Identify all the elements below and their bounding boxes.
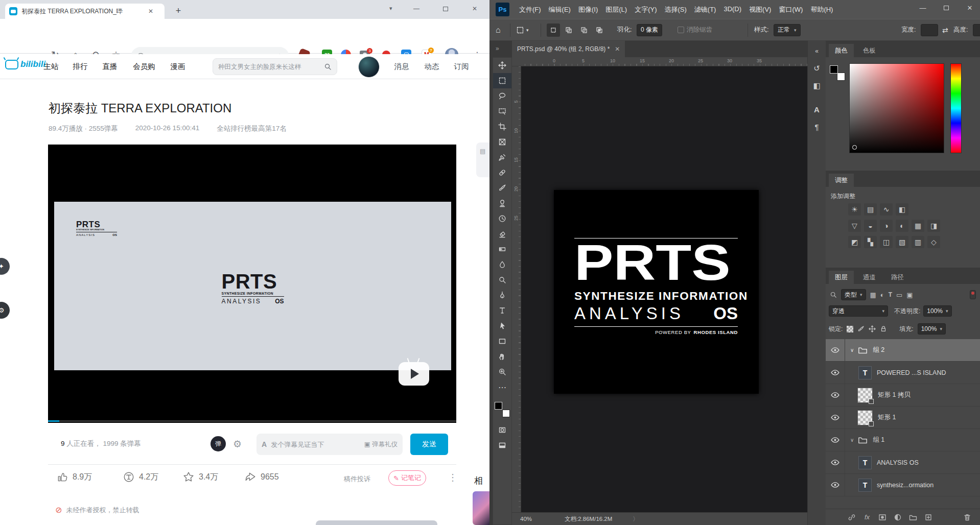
hue-saturation-icon[interactable]: ◒ bbox=[864, 220, 877, 232]
vibrance-icon[interactable]: ▽ bbox=[848, 220, 861, 232]
layer-filter-toggle[interactable] bbox=[970, 290, 976, 299]
browser-minimize-button[interactable]: — bbox=[405, 0, 428, 17]
layer-name[interactable]: synthesiz...ormation bbox=[877, 482, 934, 489]
layer-name[interactable]: 矩形 1 拷贝 bbox=[878, 391, 911, 399]
layer-row-synthesize[interactable]: T synthesiz...ormation bbox=[826, 474, 980, 496]
link-layers-icon[interactable] bbox=[844, 513, 859, 521]
eraser-tool[interactable] bbox=[493, 226, 511, 242]
visibility-eye-icon[interactable] bbox=[826, 429, 845, 451]
new-group-icon[interactable] bbox=[905, 513, 921, 521]
color-fg-bg-swatches[interactable] bbox=[830, 65, 845, 81]
menu-image[interactable]: 图像(I) bbox=[578, 5, 598, 14]
search-input[interactable] bbox=[218, 63, 321, 70]
crop-tool[interactable] bbox=[493, 119, 511, 134]
menu-view[interactable]: 视图(V) bbox=[749, 5, 771, 14]
invert-icon[interactable]: ◩ bbox=[848, 236, 861, 248]
history-panel-icon[interactable]: ↺ bbox=[810, 61, 824, 76]
tab-swatches[interactable]: 色板 bbox=[857, 44, 882, 57]
nav-home[interactable]: 主站 bbox=[44, 62, 59, 71]
layer-row-group1[interactable]: ∨ 组 1 bbox=[826, 429, 980, 451]
ps-maximize-button[interactable] bbox=[935, 0, 958, 15]
tab-color[interactable]: 颜色 bbox=[829, 44, 854, 57]
note-button[interactable]: ✎记笔记 bbox=[388, 470, 426, 486]
foreground-background-swatches[interactable] bbox=[495, 402, 510, 417]
float-widget-button-2[interactable]: ⚙ bbox=[0, 302, 10, 319]
lasso-tool[interactable] bbox=[493, 88, 511, 104]
nav-rank[interactable]: 排行 bbox=[73, 62, 88, 71]
eyedropper-tool[interactable] bbox=[493, 150, 511, 165]
lock-transparency-icon[interactable] bbox=[847, 326, 853, 332]
disclosure-chevron-icon[interactable]: ∨ bbox=[850, 347, 854, 353]
danmaku-etiquette-link[interactable]: ▣ 弹幕礼仪 bbox=[364, 440, 398, 449]
ps-canvas[interactable]: PRTS SYNTHESIZE INFORMATION ANALYSIS OS … bbox=[521, 66, 807, 512]
hand-tool[interactable] bbox=[493, 349, 511, 364]
layer-row-rect[interactable]: 矩形 1 bbox=[826, 407, 980, 429]
history-brush-tool[interactable] bbox=[493, 211, 511, 226]
visibility-eye-icon[interactable] bbox=[826, 474, 845, 496]
more-kebab-icon[interactable]: ⋮ bbox=[448, 472, 457, 483]
doc-close-icon[interactable]: ✕ bbox=[615, 45, 620, 53]
filter-pixel-layers-icon[interactable]: ▦ bbox=[870, 291, 876, 299]
search-icon[interactable] bbox=[324, 63, 332, 70]
channel-mixer-icon[interactable]: ◨ bbox=[927, 220, 940, 232]
layer-name[interactable]: 组 2 bbox=[873, 346, 884, 354]
color-lookup-icon[interactable]: ◇ bbox=[927, 236, 940, 248]
swap-dimensions-icon[interactable]: ⇄ bbox=[942, 19, 948, 40]
filter-smart-objects-icon[interactable]: ▣ bbox=[906, 291, 913, 299]
text-style-icon[interactable]: A bbox=[262, 440, 267, 448]
filter-shape-layers-icon[interactable]: ▭ bbox=[896, 291, 902, 299]
layer-row-analysis[interactable]: T ANALYSIS OS bbox=[826, 451, 980, 474]
lock-all-icon[interactable] bbox=[880, 325, 887, 332]
side-panel-partial[interactable]: ▤ bbox=[476, 142, 489, 177]
danmaku-input-box[interactable]: A ▣ 弹幕礼仪 bbox=[256, 434, 403, 455]
healing-brush-tool[interactable] bbox=[493, 165, 511, 180]
layer-row-group2[interactable]: ∨ 组 2 bbox=[826, 339, 980, 362]
new-layer-icon[interactable] bbox=[921, 513, 936, 521]
bilibili-logo[interactable]: bilibili bbox=[5, 59, 45, 69]
browser-maximize-button[interactable] bbox=[434, 0, 457, 17]
dodge-tool[interactable] bbox=[493, 272, 511, 288]
danmaku-toggle-icon[interactable]: 弹 bbox=[211, 436, 226, 451]
tab-channels[interactable]: 通道 bbox=[857, 271, 882, 284]
move-tool[interactable] bbox=[493, 58, 511, 73]
status-flyout-arrow[interactable]: 〉 bbox=[633, 515, 639, 523]
menu-edit[interactable]: 编辑(E) bbox=[549, 5, 571, 14]
document-tab[interactable]: PRTS.psd @ 40% (组 2, RGB/8) * ✕ bbox=[512, 41, 625, 57]
gradient-tool[interactable] bbox=[493, 242, 511, 257]
danmaku-settings-gear-icon[interactable]: ⚙ bbox=[233, 438, 242, 450]
character-panel-icon[interactable]: A bbox=[810, 102, 824, 116]
menu-select[interactable]: 选择(S) bbox=[664, 5, 686, 14]
filter-adjustment-layers-icon[interactable]: ◐ bbox=[880, 291, 884, 299]
ps-document[interactable]: PRTS SYNTHESIZE INFORMATION ANALYSIS OS … bbox=[554, 190, 759, 394]
visibility-eye-icon[interactable] bbox=[826, 384, 845, 406]
quick-mask-icon[interactable] bbox=[493, 422, 511, 438]
antialias-checkbox[interactable]: 消除锯齿 bbox=[678, 19, 712, 40]
browser-tab[interactable]: 初探泰拉 TERRA EXPLORATION_哔 ✕ bbox=[5, 4, 165, 19]
text-layer-thumb[interactable]: T bbox=[858, 366, 872, 379]
layer-row-rect-copy[interactable]: 矩形 1 拷贝 bbox=[826, 384, 980, 407]
report-link[interactable]: 稿件投诉 bbox=[344, 474, 370, 484]
pen-tool[interactable] bbox=[493, 288, 511, 303]
tab-paths[interactable]: 路径 bbox=[885, 271, 910, 284]
menu-help[interactable]: 帮助(H) bbox=[810, 5, 833, 14]
photo-filter-icon[interactable]: ▦ bbox=[912, 220, 924, 232]
type-tool[interactable] bbox=[493, 303, 511, 318]
layer-name[interactable]: ANALYSIS OS bbox=[877, 459, 919, 466]
selection-subtract-icon[interactable] bbox=[577, 23, 591, 37]
lock-position-icon[interactable] bbox=[869, 325, 876, 332]
chevron-right-icon[interactable]: » bbox=[496, 45, 499, 52]
nav-shop[interactable]: 会员购 bbox=[133, 62, 155, 71]
fill-value[interactable]: 100%▾ bbox=[918, 323, 946, 335]
home-screen-icon[interactable]: ⌂ bbox=[496, 19, 501, 40]
layer-name[interactable]: 矩形 1 bbox=[878, 413, 896, 422]
delete-layer-icon[interactable] bbox=[960, 513, 975, 521]
height-input[interactable] bbox=[973, 24, 980, 36]
tool-preset-button[interactable]: ▾ bbox=[516, 19, 529, 40]
menu-file[interactable]: 文件(F) bbox=[519, 5, 541, 14]
related-thumbnail-partial[interactable] bbox=[473, 491, 489, 525]
blend-mode-select[interactable]: 穿透▾ bbox=[829, 305, 888, 317]
visibility-eye-icon[interactable] bbox=[826, 339, 845, 361]
color-balance-icon[interactable]: ◑ bbox=[880, 220, 893, 232]
exposure-icon[interactable]: ◧ bbox=[896, 203, 908, 216]
width-input[interactable] bbox=[921, 24, 938, 36]
